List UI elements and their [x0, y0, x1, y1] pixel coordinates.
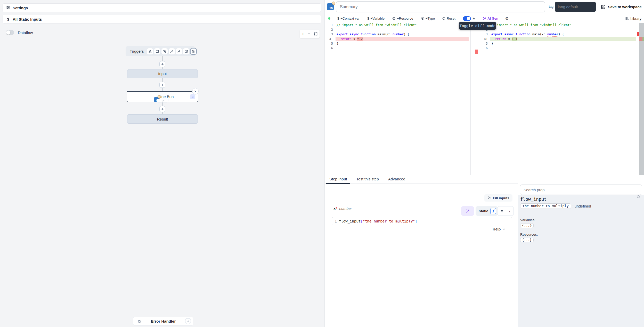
code-line[interactable]: 1// import * as wmill from "windmill-cli… [478, 23, 636, 27]
search-prop-input[interactable] [520, 185, 642, 195]
gear-icon[interactable]: ⚙ [505, 16, 509, 21]
fill-inputs-button[interactable]: Fill inputs [484, 194, 512, 202]
plus-minus-icon[interactable]: ± [473, 16, 475, 21]
all-static-inputs-button[interactable]: $ All Static Inputs [3, 15, 321, 23]
dollar-icon: $ [367, 17, 369, 20]
diff-pane-modified[interactable]: 1// import * as wmill from "windmill-cli… [478, 23, 636, 51]
edge [162, 112, 162, 114]
step-id-badge: a [190, 94, 195, 99]
javascript-expression-icon[interactable]: f [490, 208, 496, 214]
editor-scrollbar[interactable] [639, 23, 644, 175]
dollar-icon: $ [337, 17, 339, 20]
flow-node-input[interactable]: Input [127, 69, 198, 78]
help-button[interactable]: Help [493, 227, 506, 231]
code-line[interactable]: 2 [325, 27, 469, 32]
package-icon [421, 17, 424, 20]
save-label: Save to workspace [608, 5, 642, 9]
kafka-icon[interactable] [190, 48, 197, 55]
summary-input[interactable] [336, 1, 545, 12]
zoom-out-button[interactable]: − [308, 31, 310, 37]
code-line[interactable]: 5} [478, 41, 636, 46]
plug-icon[interactable] [500, 209, 504, 213]
dataflow-row: Dataflow [6, 30, 33, 35]
settings-button[interactable]: Settings [3, 3, 321, 12]
diff-pane-original[interactable]: 1// import * as wmill from "windmill-cli… [325, 23, 469, 51]
prop-value: : undefined [573, 204, 591, 208]
props-body: flow_input the number to multiply : unde… [518, 195, 644, 327]
result-node-label: Result [157, 117, 168, 121]
insert-step-button-bottom[interactable] [159, 106, 165, 112]
expand-icon[interactable] [314, 32, 318, 36]
flow-graph-panel: Settings $ All Static Inputs Dataflow + … [0, 0, 325, 327]
code-line[interactable]: 6 [478, 46, 636, 51]
ai-fill-button[interactable] [461, 206, 474, 216]
tab-step-input[interactable]: Step Input [329, 177, 347, 184]
expression-input[interactable]: 1 flow_input["the number to multiply"] [332, 217, 512, 225]
prop-entry[interactable]: the number to multiply : undefined [520, 203, 642, 209]
tab-test-this-step[interactable]: Test this step [356, 177, 379, 184]
prop-key-chip[interactable]: the number to multiply [520, 203, 571, 209]
schedule-icon[interactable] [154, 48, 161, 55]
sliders-icon [6, 6, 10, 10]
static-label: Static [479, 209, 488, 213]
resources-section: Resources: {...} [520, 233, 642, 242]
diff-mode-toggle[interactable] [463, 16, 471, 21]
tab-advanced[interactable]: Advanced [388, 177, 405, 184]
code-line[interactable]: 3export async function main(x: number) { [478, 32, 636, 37]
step-tabs: Step Input Test this step Advanced [325, 175, 518, 184]
overview-ruler-divider [470, 23, 471, 175]
editor-toolbar: $ +Context var $ +Variable +Resource +Ty… [325, 14, 644, 23]
close-icon[interactable]: × [192, 88, 199, 94]
code-line[interactable]: 4+ return x + 1 [478, 37, 636, 41]
add-resource-button[interactable]: +Resource [392, 17, 413, 20]
code-diff-editor[interactable]: 1// import * as wmill from "windmill-cli… [325, 23, 644, 175]
resources-chip[interactable]: {...} [520, 238, 534, 242]
add-context-var-button[interactable]: $ +Context var [337, 17, 360, 20]
search-icon[interactable] [637, 195, 640, 199]
arrow-right-icon[interactable]: → [507, 209, 511, 213]
websocket-icon[interactable] [168, 48, 175, 55]
resources-label: Resources: [520, 233, 642, 236]
wand-icon [483, 17, 486, 20]
reset-button[interactable]: Reset [442, 17, 455, 20]
database-plus-icon[interactable] [176, 48, 182, 55]
dataflow-toggle[interactable] [6, 30, 14, 35]
tag-input[interactable] [555, 2, 596, 12]
error-handler-plus-button[interactable] [185, 318, 191, 324]
code-line[interactable]: 2 [478, 27, 636, 32]
prop-name[interactable]: flow_input [520, 197, 642, 202]
code-line[interactable]: 6 [325, 46, 469, 51]
code-line[interactable]: 3export async function main(x: number) { [325, 32, 469, 37]
chevron-down-icon[interactable] [157, 99, 168, 102]
code-line[interactable]: 4− return x * 2 [325, 37, 469, 41]
route-icon[interactable] [161, 48, 168, 55]
input-node-label: Input [158, 71, 167, 76]
dollar-icon: $ [6, 17, 10, 21]
insert-step-button-top[interactable] [159, 61, 165, 67]
code-line[interactable]: 5} [325, 41, 469, 46]
flow-node-result[interactable]: Result [127, 114, 198, 124]
scrollbar-diff-marker-green [642, 37, 644, 41]
library-button[interactable]: Library [625, 14, 641, 23]
triggers-bar: Triggers [126, 46, 195, 56]
edge [162, 88, 162, 91]
ai-gen-button[interactable]: AI Gen [483, 17, 498, 20]
wand-icon [487, 196, 491, 200]
static-mode-toggle[interactable]: Static f [476, 206, 498, 216]
flow-node-error-handler[interactable]: Error Handler [133, 317, 193, 325]
insert-step-button-middle[interactable] [159, 82, 165, 88]
code-line[interactable]: 1// import * as wmill from "windmill-cli… [325, 23, 469, 27]
line-number: 1 [332, 219, 339, 223]
error-handler-label: Error Handler [143, 319, 183, 323]
static-inputs-label: All Static Inputs [13, 17, 42, 21]
add-type-button[interactable]: +Type [421, 17, 435, 20]
variables-chip[interactable]: {...} [520, 223, 534, 228]
edge-triggers-input [162, 56, 162, 61]
email-icon[interactable] [183, 48, 190, 55]
webhook-icon[interactable] [147, 48, 153, 55]
zoom-in-button[interactable]: + [302, 31, 304, 37]
edge [162, 102, 162, 106]
expression-code[interactable]: flow_input["the number to multiply"] [339, 219, 417, 223]
save-to-workspace-button[interactable]: Save to workspace [601, 3, 642, 11]
add-variable-button[interactable]: $ +Variable [367, 17, 385, 20]
